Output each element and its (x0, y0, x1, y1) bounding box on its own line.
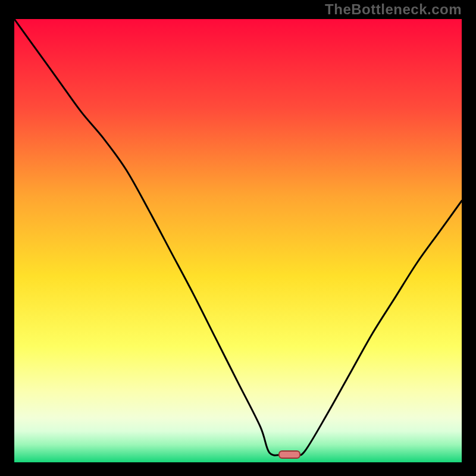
plot-svg (14, 19, 462, 462)
chart-stage: TheBottleneck.com (0, 0, 476, 476)
optimal-marker (278, 450, 301, 459)
watermark-text: TheBottleneck.com (325, 1, 462, 18)
plot-frame (14, 19, 462, 462)
gradient-background (14, 19, 462, 462)
